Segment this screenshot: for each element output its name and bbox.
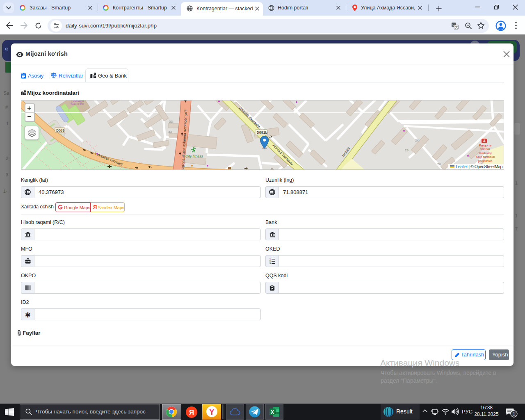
svg-text:1: 1 — [513, 412, 515, 416]
svg-text:Y: Y — [209, 407, 215, 416]
svg-text:Ko'p tarmokli: Ko'p tarmokli — [476, 155, 495, 159]
svg-text:X: X — [271, 409, 274, 415]
svg-text:Бассейн: Бассейн — [71, 102, 84, 106]
svg-text:3: 3 — [269, 262, 271, 264]
svg-text:D091b: D091b — [257, 130, 268, 135]
svg-text:shahar: shahar — [480, 147, 491, 151]
svg-text:Я: Я — [189, 409, 194, 416]
svg-text:29: 29 — [405, 148, 409, 152]
svg-text:Fargona: Fargona — [479, 144, 491, 147]
svg-text:D089: D089 — [56, 128, 65, 132]
svg-text:poliklinika: poliklinika — [478, 159, 493, 163]
svg-text:26: 26 — [437, 162, 441, 166]
svg-text:Горящин: Горящин — [71, 100, 84, 103]
svg-text:28: 28 — [415, 139, 419, 142]
svg-text:Markaziy: Markaziy — [479, 151, 492, 155]
svg-text:City fitness: City fitness — [185, 154, 203, 158]
svg-text:33: 33 — [169, 120, 173, 123]
svg-text:文: 文 — [455, 25, 458, 29]
svg-text:33: 33 — [168, 130, 172, 134]
